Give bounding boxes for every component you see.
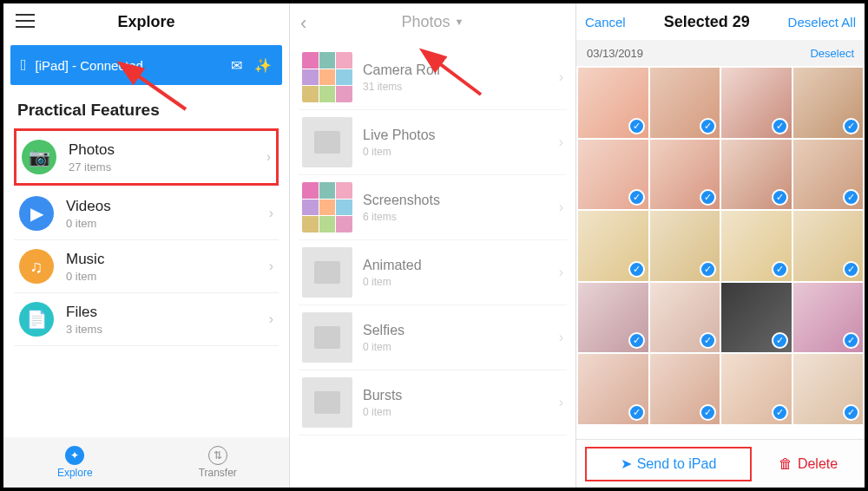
album-live-photos[interactable]: Live Photos0 item › xyxy=(299,110,567,175)
apple-icon:  xyxy=(21,56,27,75)
check-icon: ✓ xyxy=(772,189,788,206)
check-icon: ✓ xyxy=(700,404,716,421)
photo-cell[interactable]: ✓ xyxy=(650,140,720,210)
album-sub: 0 item xyxy=(363,341,559,353)
deselect-button[interactable]: Deselect xyxy=(810,47,854,60)
check-icon: ✓ xyxy=(628,189,645,206)
trash-icon: 🗑 xyxy=(779,456,792,472)
check-icon: ✓ xyxy=(843,189,859,206)
album-bursts[interactable]: Bursts0 item › xyxy=(299,370,567,435)
photo-cell[interactable]: ✓ xyxy=(578,140,648,210)
tab-label: Transfer xyxy=(199,467,237,479)
feature-label: Photos xyxy=(69,141,266,159)
check-icon: ✓ xyxy=(772,404,788,421)
connection-banner[interactable]:  [iPad] - Connected ✉ ✨ xyxy=(10,45,282,85)
photo-cell[interactable]: ✓ xyxy=(793,354,864,424)
check-icon: ✓ xyxy=(843,404,859,421)
chevron-right-icon: › xyxy=(266,149,271,165)
check-icon: ✓ xyxy=(628,332,645,349)
album-selfies[interactable]: Selfies0 item › xyxy=(299,305,567,370)
feature-label: Videos xyxy=(66,198,269,215)
menu-icon[interactable] xyxy=(16,11,35,30)
photo-cell[interactable]: ✓ xyxy=(793,211,864,281)
photos-title: Photos xyxy=(402,13,450,31)
feature-sub: 27 items xyxy=(69,160,266,173)
album-screenshots[interactable]: Screenshots6 items › xyxy=(299,175,567,240)
check-icon: ✓ xyxy=(843,261,859,278)
check-icon: ✓ xyxy=(628,261,645,278)
photo-cell[interactable]: ✓ xyxy=(793,283,864,353)
photo-cell[interactable]: ✓ xyxy=(793,140,864,210)
photo-cell[interactable]: ✓ xyxy=(721,140,792,210)
deselect-all-button[interactable]: Deselect All xyxy=(788,15,856,29)
tabbar: ✦ Explore ⇅ Transfer xyxy=(3,437,289,488)
photo-cell[interactable]: ✓ xyxy=(650,283,720,353)
check-icon: ✓ xyxy=(700,118,716,134)
album-sub: 0 item xyxy=(363,276,559,288)
album-label: Selfies xyxy=(363,323,559,338)
feature-files[interactable]: 📄 Files 3 items › xyxy=(14,293,279,346)
check-icon: ✓ xyxy=(628,404,645,421)
photo-cell[interactable]: ✓ xyxy=(721,283,792,353)
tab-label: Explore xyxy=(57,467,93,479)
feature-sub: 0 item xyxy=(66,217,269,230)
send-to-ipad-button[interactable]: ➤ Send to iPad xyxy=(585,447,752,481)
dropdown-icon[interactable]: ▼ xyxy=(455,16,464,27)
feature-photos[interactable]: 📷 Photos 27 items › xyxy=(14,128,279,186)
photo-cell[interactable]: ✓ xyxy=(578,68,648,138)
connection-text: [iPad] - Connected xyxy=(36,58,143,73)
send-icon: ➤ xyxy=(621,455,632,472)
album-sub: 0 item xyxy=(363,146,559,158)
videos-icon: ▶ xyxy=(19,196,54,231)
photo-cell[interactable]: ✓ xyxy=(578,283,648,353)
files-icon: 📄 xyxy=(19,302,54,337)
explore-title: Explore xyxy=(117,13,174,31)
photo-cell[interactable]: ✓ xyxy=(578,354,648,424)
delete-label: Delete xyxy=(798,456,838,472)
photo-cell[interactable]: ✓ xyxy=(650,354,720,424)
feature-label: Files xyxy=(66,304,269,321)
album-camera-roll[interactable]: Camera Roll31 items › xyxy=(299,45,567,110)
tab-explore[interactable]: ✦ Explore xyxy=(3,446,147,479)
chevron-right-icon: › xyxy=(559,395,563,410)
check-icon: ✓ xyxy=(772,261,788,278)
chat-icon[interactable]: ✉ xyxy=(231,57,242,74)
album-thumb xyxy=(302,312,352,363)
album-sub: 6 items xyxy=(363,211,559,223)
check-icon: ✓ xyxy=(628,118,645,134)
chevron-right-icon: › xyxy=(559,265,563,280)
album-thumb xyxy=(302,182,352,232)
album-label: Animated xyxy=(363,258,559,273)
photo-cell[interactable]: ✓ xyxy=(721,354,792,424)
cancel-button[interactable]: Cancel xyxy=(585,15,626,29)
album-thumb xyxy=(302,247,352,298)
album-thumb xyxy=(302,117,352,167)
photo-cell[interactable]: ✓ xyxy=(721,68,792,138)
feature-music[interactable]: ♫ Music 0 item › xyxy=(14,240,279,293)
section-title: Practical Features xyxy=(3,85,289,127)
photo-cell[interactable]: ✓ xyxy=(721,211,792,281)
back-icon[interactable]: ‹ xyxy=(300,12,306,35)
delete-button[interactable]: 🗑 Delete xyxy=(760,447,856,481)
check-icon: ✓ xyxy=(843,332,859,349)
chevron-right-icon: › xyxy=(559,134,563,150)
magic-icon[interactable]: ✨ xyxy=(254,57,272,74)
feature-videos[interactable]: ▶ Videos 0 item › xyxy=(14,187,279,240)
tab-transfer[interactable]: ⇅ Transfer xyxy=(147,446,290,479)
send-label: Send to iPad xyxy=(637,456,717,472)
album-sub: 0 item xyxy=(363,406,559,418)
feature-label: Music xyxy=(66,251,269,268)
album-label: Camera Roll xyxy=(363,62,559,78)
check-icon: ✓ xyxy=(700,189,716,206)
photo-cell[interactable]: ✓ xyxy=(650,68,720,138)
selected-title: Selected 29 xyxy=(664,13,750,31)
chevron-right-icon: › xyxy=(269,259,273,274)
chevron-right-icon: › xyxy=(269,311,273,327)
photo-cell[interactable]: ✓ xyxy=(578,211,648,281)
photo-grid: ✓ ✓ ✓ ✓ ✓ ✓ ✓ ✓ ✓ ✓ ✓ ✓ ✓ ✓ ✓ ✓ ✓ ✓ ✓ ✓ xyxy=(576,66,865,439)
photo-cell[interactable]: ✓ xyxy=(650,211,720,281)
photo-cell[interactable]: ✓ xyxy=(793,68,864,138)
chevron-right-icon: › xyxy=(269,206,273,221)
check-icon: ✓ xyxy=(772,118,788,134)
album-animated[interactable]: Animated0 item › xyxy=(299,240,567,305)
